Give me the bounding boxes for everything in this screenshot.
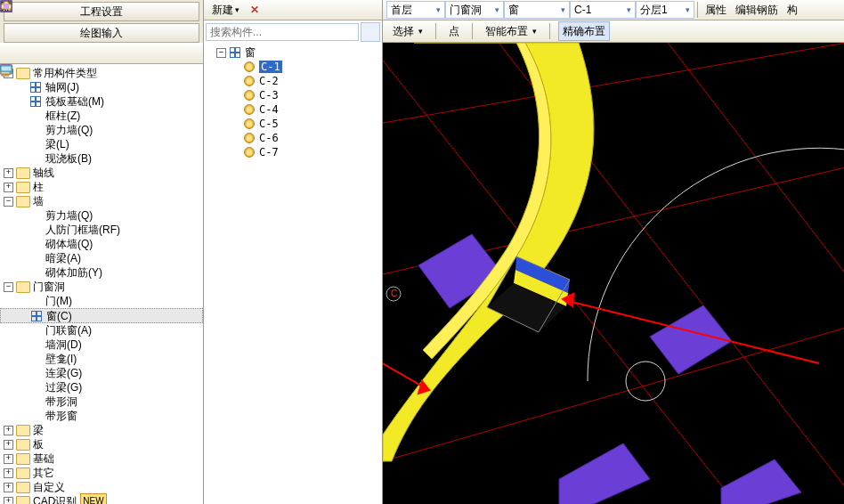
- expand-icon[interactable]: +: [4, 454, 13, 464]
- tree-item[interactable]: −门窗洞: [0, 280, 203, 294]
- tree-item[interactable]: −墙: [0, 194, 203, 208]
- delete-button[interactable]: ✕: [246, 1, 264, 19]
- category-select[interactable]: 门窗洞: [445, 1, 504, 19]
- tree-item[interactable]: +板: [0, 437, 203, 451]
- list-root-label: 窗: [245, 45, 256, 61]
- tree-item-label: 轴线: [33, 166, 54, 180]
- folder-icon: [16, 438, 30, 451]
- attributes-button[interactable]: 属性: [701, 1, 731, 19]
- tree-item[interactable]: 壁龛(I): [0, 352, 203, 366]
- tree-item[interactable]: +梁: [0, 423, 203, 437]
- component-list[interactable]: −窗C-1C-2C-3C-4C-5C-6C-7: [204, 44, 382, 504]
- point-tool[interactable]: 点: [444, 21, 464, 41]
- expand-icon[interactable]: +: [4, 497, 13, 505]
- tree-item[interactable]: 人防门框墙(RF): [0, 223, 203, 237]
- col-cyan-icon: [28, 110, 43, 122]
- window-icon: [29, 310, 44, 322]
- tree-item[interactable]: +其它: [0, 466, 203, 480]
- tree-item[interactable]: 门(M): [0, 294, 203, 308]
- tree-item[interactable]: −常用构件类型: [0, 66, 203, 80]
- tree-item[interactable]: 砌体墙(Q): [0, 237, 203, 251]
- tree-item[interactable]: 带形窗: [0, 409, 203, 423]
- tree-item[interactable]: 剪力墙(Q): [0, 123, 203, 137]
- expand-icon[interactable]: +: [4, 468, 13, 478]
- tree-item[interactable]: 过梁(G): [0, 380, 203, 394]
- expand-icon[interactable]: −: [216, 48, 226, 58]
- tree-item-label: 带形窗: [45, 409, 77, 423]
- tree-item[interactable]: 窗(C): [0, 308, 203, 323]
- tree-item[interactable]: 暗梁(A): [0, 251, 203, 265]
- tree-item-label: 墙: [33, 194, 44, 208]
- cfg-button[interactable]: 构: [783, 1, 802, 19]
- tree-item[interactable]: 门联窗(A): [0, 323, 203, 337]
- rebar-icon: [28, 266, 43, 279]
- new-button[interactable]: 新建: [207, 1, 244, 19]
- tree-item-label: 现浇板(B): [45, 151, 92, 166]
- tree-item-label: 轴网(J): [45, 80, 79, 94]
- tree-item[interactable]: 带形洞: [0, 394, 203, 409]
- layer-select[interactable]: 分层1: [636, 1, 694, 19]
- floor-select[interactable]: 首层: [386, 1, 445, 19]
- list-item[interactable]: C-5: [207, 117, 378, 131]
- expand-icon[interactable]: −: [4, 282, 13, 292]
- tree-item[interactable]: 连梁(G): [0, 366, 203, 380]
- tree-item-label: 墙洞(D): [45, 337, 82, 352]
- shape-icon: [28, 395, 43, 408]
- expand-icon[interactable]: −: [4, 197, 13, 207]
- tree-item[interactable]: 梁(L): [0, 137, 203, 151]
- tree-item[interactable]: +CAD识别NEW: [0, 494, 203, 504]
- list-root[interactable]: −窗: [207, 45, 378, 60]
- tree-item[interactable]: 墙洞(D): [0, 337, 203, 352]
- smart-layout-tool[interactable]: 智能布置: [481, 21, 541, 41]
- precise-layout-tool[interactable]: 精确布置: [558, 21, 610, 41]
- search-go-button[interactable]: [361, 22, 380, 42]
- edit-rebar-button[interactable]: 编辑钢筋: [731, 1, 783, 19]
- tree-item[interactable]: 现浇板(B): [0, 151, 203, 166]
- tree-item[interactable]: +柱: [0, 180, 203, 194]
- left-tabs: 工程设置 绘图输入: [0, 0, 203, 43]
- list-item[interactable]: C-6: [207, 131, 378, 145]
- svg-marker-43: [721, 459, 801, 504]
- tree-item-label: 剪力墙(Q): [45, 208, 93, 223]
- component-select[interactable]: C-1: [570, 1, 636, 19]
- select-tool[interactable]: 选择: [388, 21, 427, 41]
- tree-item[interactable]: 框柱(Z): [0, 109, 203, 123]
- tree-item[interactable]: +自定义: [0, 480, 203, 494]
- folder-icon: [16, 67, 30, 79]
- component-type-tree[interactable]: −常用构件类型轴网(J)筏板基础(M)框柱(Z)剪力墙(Q)梁(L)现浇板(B)…: [0, 64, 203, 504]
- expand-icon[interactable]: +: [4, 183, 13, 192]
- component-icon: [243, 61, 256, 73]
- left-tool-2[interactable]: [28, 45, 50, 62]
- svg-marker-42: [559, 443, 650, 504]
- lintel-icon: [28, 367, 43, 379]
- tree-item-label: 门(M): [45, 294, 72, 308]
- expand-icon[interactable]: +: [4, 426, 13, 435]
- tree-item-label: 暗梁(A): [45, 251, 81, 265]
- component-icon: [243, 118, 256, 130]
- niche-icon: [28, 353, 43, 365]
- tree-item[interactable]: 轴网(J): [0, 80, 203, 94]
- left-tool-1[interactable]: [5, 45, 27, 62]
- breadcrumb-bar: 首层 门窗洞 窗 C-1 分层1 属性 编辑钢筋 构: [383, 0, 844, 20]
- expand-icon[interactable]: +: [4, 440, 13, 450]
- expand-icon[interactable]: +: [4, 168, 13, 178]
- type-select[interactable]: 窗: [504, 1, 570, 19]
- list-item[interactable]: C-1: [207, 60, 378, 74]
- tree-item-label: 常用构件类型: [33, 66, 97, 80]
- search-input[interactable]: [206, 23, 359, 41]
- tree-item[interactable]: 剪力墙(Q): [0, 208, 203, 223]
- list-item[interactable]: C-3: [207, 88, 378, 102]
- tab-draw-input[interactable]: 绘图输入: [4, 23, 199, 43]
- tree-item[interactable]: 砌体加筋(Y): [0, 265, 203, 280]
- 3d-canvas[interactable]: C: [383, 43, 844, 504]
- list-item-label: C-5: [259, 118, 279, 130]
- list-item[interactable]: C-7: [207, 145, 378, 159]
- tree-item[interactable]: 筏板基础(M): [0, 94, 203, 109]
- list-item[interactable]: C-2: [207, 74, 378, 88]
- list-item[interactable]: C-4: [207, 102, 378, 117]
- expand-icon[interactable]: +: [4, 483, 13, 492]
- tree-item[interactable]: +轴线: [0, 166, 203, 180]
- tab-project-settings[interactable]: 工程设置: [4, 2, 199, 21]
- copy-button[interactable]: [265, 1, 274, 19]
- tree-item[interactable]: +基础: [0, 451, 203, 466]
